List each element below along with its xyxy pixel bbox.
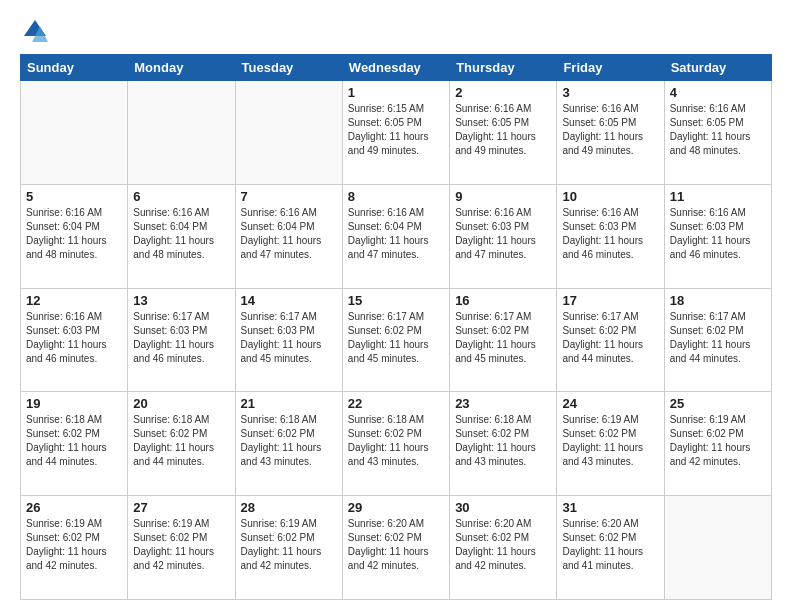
calendar-cell: 16Sunrise: 6:17 AM Sunset: 6:02 PM Dayli…: [450, 288, 557, 392]
weekday-header-row: SundayMondayTuesdayWednesdayThursdayFrid…: [21, 55, 772, 81]
day-number: 13: [133, 293, 229, 308]
logo-icon: [20, 16, 50, 46]
day-number: 19: [26, 396, 122, 411]
day-info: Sunrise: 6:18 AM Sunset: 6:02 PM Dayligh…: [133, 413, 229, 469]
calendar-cell: 22Sunrise: 6:18 AM Sunset: 6:02 PM Dayli…: [342, 392, 449, 496]
calendar-week-4: 19Sunrise: 6:18 AM Sunset: 6:02 PM Dayli…: [21, 392, 772, 496]
day-number: 24: [562, 396, 658, 411]
day-info: Sunrise: 6:16 AM Sunset: 6:04 PM Dayligh…: [348, 206, 444, 262]
day-info: Sunrise: 6:17 AM Sunset: 6:02 PM Dayligh…: [455, 310, 551, 366]
day-info: Sunrise: 6:15 AM Sunset: 6:05 PM Dayligh…: [348, 102, 444, 158]
weekday-header-tuesday: Tuesday: [235, 55, 342, 81]
day-number: 11: [670, 189, 766, 204]
calendar-cell: 27Sunrise: 6:19 AM Sunset: 6:02 PM Dayli…: [128, 496, 235, 600]
day-info: Sunrise: 6:16 AM Sunset: 6:03 PM Dayligh…: [670, 206, 766, 262]
calendar-cell: 14Sunrise: 6:17 AM Sunset: 6:03 PM Dayli…: [235, 288, 342, 392]
calendar-table: SundayMondayTuesdayWednesdayThursdayFrid…: [20, 54, 772, 600]
calendar-cell: 10Sunrise: 6:16 AM Sunset: 6:03 PM Dayli…: [557, 184, 664, 288]
day-number: 30: [455, 500, 551, 515]
day-info: Sunrise: 6:17 AM Sunset: 6:03 PM Dayligh…: [133, 310, 229, 366]
day-info: Sunrise: 6:16 AM Sunset: 6:05 PM Dayligh…: [455, 102, 551, 158]
weekday-header-friday: Friday: [557, 55, 664, 81]
day-info: Sunrise: 6:18 AM Sunset: 6:02 PM Dayligh…: [241, 413, 337, 469]
calendar-cell: 21Sunrise: 6:18 AM Sunset: 6:02 PM Dayli…: [235, 392, 342, 496]
calendar-cell: 28Sunrise: 6:19 AM Sunset: 6:02 PM Dayli…: [235, 496, 342, 600]
day-info: Sunrise: 6:16 AM Sunset: 6:05 PM Dayligh…: [670, 102, 766, 158]
calendar-cell: 8Sunrise: 6:16 AM Sunset: 6:04 PM Daylig…: [342, 184, 449, 288]
weekday-header-monday: Monday: [128, 55, 235, 81]
day-number: 9: [455, 189, 551, 204]
header: [20, 16, 772, 46]
day-info: Sunrise: 6:16 AM Sunset: 6:03 PM Dayligh…: [455, 206, 551, 262]
calendar-cell: 3Sunrise: 6:16 AM Sunset: 6:05 PM Daylig…: [557, 81, 664, 185]
day-number: 18: [670, 293, 766, 308]
calendar-cell: 1Sunrise: 6:15 AM Sunset: 6:05 PM Daylig…: [342, 81, 449, 185]
day-number: 12: [26, 293, 122, 308]
calendar-cell: 25Sunrise: 6:19 AM Sunset: 6:02 PM Dayli…: [664, 392, 771, 496]
day-info: Sunrise: 6:18 AM Sunset: 6:02 PM Dayligh…: [455, 413, 551, 469]
calendar-cell: 6Sunrise: 6:16 AM Sunset: 6:04 PM Daylig…: [128, 184, 235, 288]
weekday-header-wednesday: Wednesday: [342, 55, 449, 81]
day-number: 5: [26, 189, 122, 204]
day-number: 27: [133, 500, 229, 515]
calendar-cell: 19Sunrise: 6:18 AM Sunset: 6:02 PM Dayli…: [21, 392, 128, 496]
day-number: 10: [562, 189, 658, 204]
day-info: Sunrise: 6:17 AM Sunset: 6:02 PM Dayligh…: [670, 310, 766, 366]
weekday-header-saturday: Saturday: [664, 55, 771, 81]
day-number: 8: [348, 189, 444, 204]
day-number: 31: [562, 500, 658, 515]
day-info: Sunrise: 6:19 AM Sunset: 6:02 PM Dayligh…: [133, 517, 229, 573]
day-number: 20: [133, 396, 229, 411]
calendar-cell: 13Sunrise: 6:17 AM Sunset: 6:03 PM Dayli…: [128, 288, 235, 392]
calendar-cell: 29Sunrise: 6:20 AM Sunset: 6:02 PM Dayli…: [342, 496, 449, 600]
day-info: Sunrise: 6:16 AM Sunset: 6:04 PM Dayligh…: [26, 206, 122, 262]
calendar-cell: 24Sunrise: 6:19 AM Sunset: 6:02 PM Dayli…: [557, 392, 664, 496]
calendar-cell: 7Sunrise: 6:16 AM Sunset: 6:04 PM Daylig…: [235, 184, 342, 288]
day-number: 14: [241, 293, 337, 308]
calendar-week-1: 1Sunrise: 6:15 AM Sunset: 6:05 PM Daylig…: [21, 81, 772, 185]
weekday-header-sunday: Sunday: [21, 55, 128, 81]
calendar-cell: 18Sunrise: 6:17 AM Sunset: 6:02 PM Dayli…: [664, 288, 771, 392]
day-number: 29: [348, 500, 444, 515]
calendar-cell: 15Sunrise: 6:17 AM Sunset: 6:02 PM Dayli…: [342, 288, 449, 392]
calendar-cell: 11Sunrise: 6:16 AM Sunset: 6:03 PM Dayli…: [664, 184, 771, 288]
calendar-cell: 5Sunrise: 6:16 AM Sunset: 6:04 PM Daylig…: [21, 184, 128, 288]
day-info: Sunrise: 6:18 AM Sunset: 6:02 PM Dayligh…: [348, 413, 444, 469]
calendar-week-3: 12Sunrise: 6:16 AM Sunset: 6:03 PM Dayli…: [21, 288, 772, 392]
calendar-cell: [21, 81, 128, 185]
calendar-cell: [128, 81, 235, 185]
day-info: Sunrise: 6:16 AM Sunset: 6:03 PM Dayligh…: [26, 310, 122, 366]
logo: [20, 16, 54, 46]
day-info: Sunrise: 6:20 AM Sunset: 6:02 PM Dayligh…: [562, 517, 658, 573]
calendar-cell: 23Sunrise: 6:18 AM Sunset: 6:02 PM Dayli…: [450, 392, 557, 496]
day-info: Sunrise: 6:19 AM Sunset: 6:02 PM Dayligh…: [26, 517, 122, 573]
day-info: Sunrise: 6:16 AM Sunset: 6:04 PM Dayligh…: [133, 206, 229, 262]
calendar-cell: 2Sunrise: 6:16 AM Sunset: 6:05 PM Daylig…: [450, 81, 557, 185]
day-info: Sunrise: 6:16 AM Sunset: 6:05 PM Dayligh…: [562, 102, 658, 158]
calendar-cell: 17Sunrise: 6:17 AM Sunset: 6:02 PM Dayli…: [557, 288, 664, 392]
day-number: 28: [241, 500, 337, 515]
calendar-cell: 4Sunrise: 6:16 AM Sunset: 6:05 PM Daylig…: [664, 81, 771, 185]
day-info: Sunrise: 6:20 AM Sunset: 6:02 PM Dayligh…: [455, 517, 551, 573]
day-info: Sunrise: 6:19 AM Sunset: 6:02 PM Dayligh…: [241, 517, 337, 573]
day-number: 16: [455, 293, 551, 308]
calendar-cell: 9Sunrise: 6:16 AM Sunset: 6:03 PM Daylig…: [450, 184, 557, 288]
day-number: 22: [348, 396, 444, 411]
day-number: 23: [455, 396, 551, 411]
weekday-header-thursday: Thursday: [450, 55, 557, 81]
calendar-cell: 30Sunrise: 6:20 AM Sunset: 6:02 PM Dayli…: [450, 496, 557, 600]
day-number: 26: [26, 500, 122, 515]
calendar-cell: 26Sunrise: 6:19 AM Sunset: 6:02 PM Dayli…: [21, 496, 128, 600]
calendar-cell: 20Sunrise: 6:18 AM Sunset: 6:02 PM Dayli…: [128, 392, 235, 496]
day-number: 1: [348, 85, 444, 100]
day-info: Sunrise: 6:16 AM Sunset: 6:03 PM Dayligh…: [562, 206, 658, 262]
day-number: 4: [670, 85, 766, 100]
calendar-cell: [235, 81, 342, 185]
day-number: 6: [133, 189, 229, 204]
day-number: 25: [670, 396, 766, 411]
day-number: 15: [348, 293, 444, 308]
day-number: 2: [455, 85, 551, 100]
day-info: Sunrise: 6:16 AM Sunset: 6:04 PM Dayligh…: [241, 206, 337, 262]
calendar-page: SundayMondayTuesdayWednesdayThursdayFrid…: [0, 0, 792, 612]
day-info: Sunrise: 6:19 AM Sunset: 6:02 PM Dayligh…: [562, 413, 658, 469]
